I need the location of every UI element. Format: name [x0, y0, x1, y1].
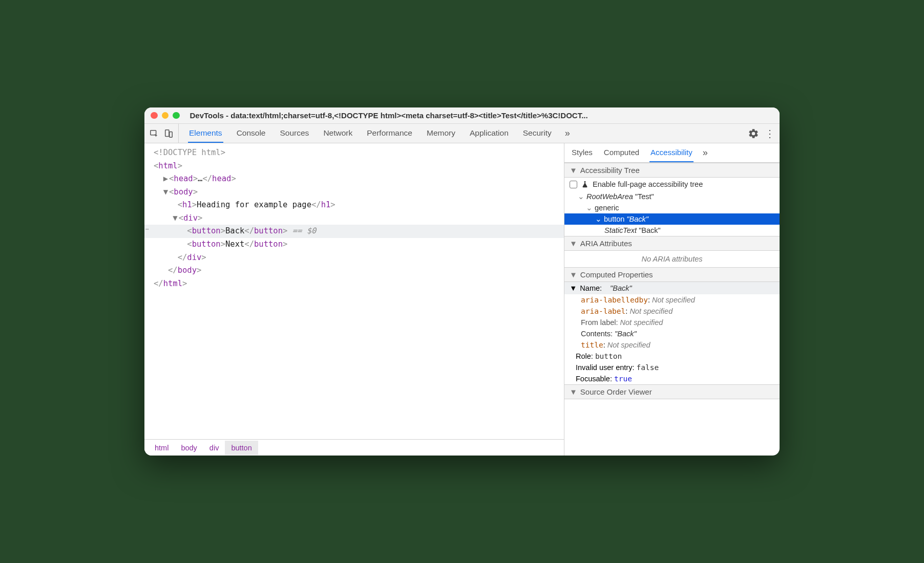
- name-aria-label: aria-label: Not specified: [564, 306, 780, 317]
- titlebar: DevTools - data:text/html;charset=utf-8,…: [144, 107, 780, 124]
- h1-text: Heading for example page: [197, 200, 311, 209]
- tab-performance[interactable]: Performance: [366, 124, 413, 143]
- enable-full-page-tree[interactable]: Enable full-page accessibility tree: [564, 178, 780, 191]
- breadcrumb-div[interactable]: div: [203, 444, 225, 452]
- zoom-icon[interactable]: [173, 112, 180, 119]
- computed-name[interactable]: ▼Name: "Back": [564, 282, 780, 294]
- section-accessibility-tree[interactable]: ▼Accessibility Tree: [564, 163, 780, 178]
- sidebar-tabs: Styles Computed Accessibility »: [564, 143, 780, 163]
- checkbox-icon[interactable]: [570, 181, 577, 188]
- panel-tabs: Elements Console Sources Network Perform…: [188, 124, 740, 143]
- breadcrumb-button[interactable]: button: [225, 441, 258, 455]
- tab-application[interactable]: Application: [469, 124, 510, 143]
- name-aria-labelledby: aria-labelledby: Not specified: [564, 294, 780, 306]
- breadcrumb-html[interactable]: html: [149, 444, 175, 452]
- section-aria[interactable]: ▼ARIA Attributes: [564, 236, 780, 251]
- tab-console[interactable]: Console: [236, 124, 267, 143]
- sidebar-tab-computed[interactable]: Computed: [603, 143, 640, 162]
- breadcrumb: html body div button: [144, 439, 564, 456]
- more-menu-icon[interactable]: ⋮: [765, 129, 774, 138]
- more-tabs-icon[interactable]: »: [565, 128, 570, 139]
- svg-rect-2: [170, 132, 172, 137]
- computed-invalid: Invalid user entry: false: [564, 362, 780, 373]
- gear-icon[interactable]: [749, 129, 758, 138]
- traffic-lights: [151, 112, 180, 119]
- elements-panel: <!DOCTYPE html> <html> ▶<head>…</head> ▼…: [144, 143, 564, 456]
- minimize-icon[interactable]: [162, 112, 169, 119]
- computed-focusable: Focusable: true: [564, 373, 780, 384]
- doctype: <!DOCTYPE html>: [154, 148, 225, 157]
- sidebar-tab-accessibility[interactable]: Accessibility: [649, 143, 694, 162]
- tab-sources[interactable]: Sources: [279, 124, 310, 143]
- button-next-text: Next: [225, 240, 244, 249]
- tree-statictext[interactable]: StaticText "Back": [564, 225, 780, 236]
- flask-icon: [581, 181, 589, 188]
- devtools-window: DevTools - data:text/html;charset=utf-8,…: [144, 107, 780, 456]
- window-title: DevTools - data:text/html;charset=utf-8,…: [190, 111, 774, 120]
- sidebar-more-tabs-icon[interactable]: »: [703, 147, 708, 158]
- computed-role: Role: button: [564, 351, 780, 362]
- dom-tree[interactable]: <!DOCTYPE html> <html> ▶<head>…</head> ▼…: [144, 143, 564, 439]
- name-from-label: From label: Not specified: [564, 317, 780, 328]
- enable-label: Enable full-page accessibility tree: [593, 180, 703, 188]
- tree-root[interactable]: ⌄RootWebArea "Test": [564, 191, 780, 202]
- sidebar: Styles Computed Accessibility » ▼Accessi…: [564, 143, 780, 456]
- name-title: title: Not specified: [564, 339, 780, 351]
- sidebar-tab-styles[interactable]: Styles: [571, 143, 594, 162]
- inspect-element-icon[interactable]: [150, 129, 159, 138]
- breadcrumb-body[interactable]: body: [175, 444, 203, 452]
- no-aria-text: No ARIA attributes: [564, 251, 780, 267]
- tab-security[interactable]: Security: [522, 124, 553, 143]
- tree-generic[interactable]: ⌄generic: [564, 202, 780, 213]
- selected-dom-node[interactable]: <button>Back</button> == $0: [144, 225, 564, 238]
- tab-network[interactable]: Network: [322, 124, 353, 143]
- tab-memory[interactable]: Memory: [426, 124, 456, 143]
- tab-elements[interactable]: Elements: [188, 124, 223, 143]
- main-area: <!DOCTYPE html> <html> ▶<head>…</head> ▼…: [144, 143, 780, 456]
- svg-rect-1: [165, 129, 169, 136]
- svg-rect-0: [151, 130, 156, 135]
- selection-hint: == $0: [287, 226, 316, 235]
- close-icon[interactable]: [151, 112, 158, 119]
- name-contents: Contents: "Back": [564, 328, 780, 339]
- section-source-order[interactable]: ▼Source Order Viewer: [564, 384, 780, 399]
- device-toolbar-icon[interactable]: [164, 129, 173, 138]
- button-back-text: Back: [225, 226, 244, 235]
- main-toolbar: Elements Console Sources Network Perform…: [144, 124, 780, 143]
- section-computed[interactable]: ▼Computed Properties: [564, 267, 780, 282]
- tree-selected-button[interactable]: ⌄button "Back": [564, 213, 780, 225]
